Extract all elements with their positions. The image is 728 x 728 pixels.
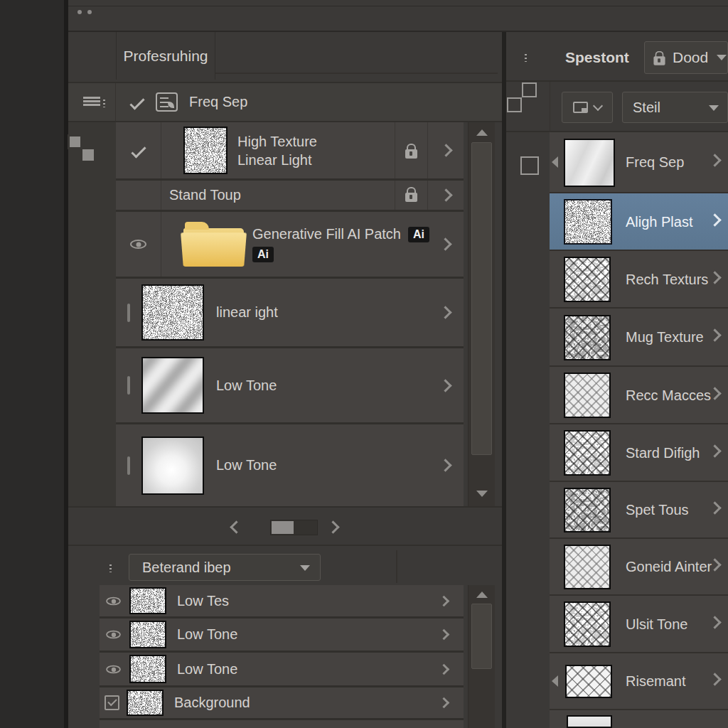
chevron-right-icon[interactable] (439, 663, 450, 675)
layer-thumbnail[interactable] (564, 257, 611, 302)
layer-row-background[interactable]: Background (100, 687, 464, 720)
chevron-right-icon[interactable] (439, 237, 451, 250)
action-set-label[interactable]: Freq Sep (189, 94, 247, 110)
layer-name: Ulsit Tone (626, 616, 687, 632)
layer-name: Risemant (626, 673, 685, 690)
grip-dot (77, 10, 82, 14)
layer-thumbnail[interactable] (565, 665, 612, 698)
chevron-right-icon[interactable] (439, 306, 451, 318)
actions-scrollbar[interactable] (468, 122, 495, 506)
set-enabled-checkmark[interactable] (129, 95, 144, 109)
action-set-row[interactable]: Freq Sep (68, 82, 502, 122)
layer-name: Recc Macces (626, 387, 711, 403)
scrollbar-thumb[interactable] (471, 142, 492, 455)
layer-row-freq-sep[interactable]: Freq Sep (550, 132, 728, 193)
scroll-up-icon[interactable] (476, 592, 488, 598)
action-row-linear-ight[interactable]: linear ight (116, 279, 464, 348)
visibility-eye-icon[interactable] (106, 665, 121, 673)
chevron-right-icon[interactable] (708, 501, 721, 514)
layer-row-mug-texture[interactable]: Mug Texture (550, 309, 728, 367)
chevron-right-icon[interactable] (708, 328, 721, 341)
layer-thumbnail[interactable] (183, 127, 228, 174)
scroll-down-icon[interactable] (476, 491, 488, 497)
scroll-up-icon[interactable] (476, 129, 488, 136)
layer-row-risemant[interactable]: Risemant (550, 653, 728, 710)
panel-grip-handle[interactable] (77, 10, 92, 14)
pager-handle[interactable] (272, 521, 294, 534)
pager-next-icon[interactable] (326, 520, 339, 533)
action-row-low-tone-1[interactable]: Low Tone (116, 348, 464, 424)
folder-icon[interactable] (183, 228, 244, 267)
layer-thumbnail[interactable] (567, 715, 612, 728)
scrollbar-thumb[interactable] (471, 604, 492, 669)
action-row-generative-fill[interactable]: Generative Fill AI Patch Ai Ai (116, 212, 464, 279)
layer-thumbnail[interactable] (564, 315, 611, 360)
layer-thumbnail[interactable] (564, 199, 612, 245)
layer-row-low-tone-a[interactable]: Low Tone (100, 619, 464, 653)
layer-row-partial[interactable] (100, 720, 464, 728)
layer-row-recc-macces[interactable]: Recc Macces (550, 367, 728, 424)
layer-row-partial[interactable] (550, 710, 728, 728)
lock-mode-button[interactable]: Dood (644, 41, 728, 74)
blend-kind-dropdown[interactable] (562, 92, 613, 123)
list-options-icon[interactable] (83, 97, 100, 107)
chevron-right-icon[interactable] (439, 379, 451, 392)
layer-thumbnail[interactable] (129, 655, 166, 683)
layer-thumbnail[interactable] (141, 284, 204, 341)
chevron-right-icon[interactable] (708, 444, 721, 457)
visibility-eye-icon[interactable] (106, 596, 121, 605)
visibility-eye-icon[interactable] (106, 631, 121, 639)
layer-row-low-tone-b[interactable]: Low Tone (100, 653, 464, 687)
layer-thumbnail[interactable] (564, 601, 611, 647)
layer-row-spet-tous[interactable]: Spet Tous (550, 482, 728, 539)
chevron-right-icon[interactable] (708, 213, 721, 226)
layer-row-low-tes[interactable]: Low Tes (100, 585, 464, 619)
pager-track[interactable] (270, 520, 318, 535)
chevron-right-icon[interactable] (439, 144, 452, 156)
style-dropdown[interactable]: Steil (622, 92, 728, 123)
action-row-low-tone-2[interactable]: Low Tone (116, 424, 464, 506)
layer-checkbox[interactable] (105, 695, 119, 710)
layer-row-aligh-plast[interactable]: Aligh Plast (550, 193, 728, 251)
recompose-icon[interactable] (520, 156, 539, 175)
action-row-stand-toup[interactable]: Stand Toup (116, 181, 464, 212)
lock-icon[interactable] (405, 149, 417, 159)
chevron-right-icon[interactable] (439, 697, 450, 709)
chevron-right-icon[interactable] (439, 459, 451, 471)
layer-thumbnail[interactable] (129, 621, 166, 648)
layer-row-rech-texturs[interactable]: Rech Texturs (550, 251, 728, 309)
tab-profesruhing[interactable]: Profesruhing (116, 32, 215, 80)
collapse-triangle-icon[interactable] (552, 156, 558, 168)
dropdown-arrow-icon (300, 565, 310, 571)
chevron-right-icon[interactable] (708, 271, 721, 284)
row-checkmark[interactable] (131, 143, 146, 158)
layer-thumbnail[interactable] (141, 437, 204, 495)
layer-thumbnail[interactable] (564, 488, 611, 532)
layer-thumbnail[interactable] (564, 545, 611, 589)
collapse-triangle-icon[interactable] (552, 675, 558, 687)
layers-filter-dropdown[interactable]: Beterand ibep (129, 554, 321, 581)
layer-row-goneid-ainter[interactable]: Goneid Ainter (550, 539, 728, 596)
indent-marker (127, 456, 130, 475)
chevron-right-icon[interactable] (439, 188, 452, 201)
layer-thumbnail[interactable] (129, 587, 166, 614)
layer-name: Goneid Ainter (626, 559, 712, 575)
layer-thumbnail[interactable] (141, 357, 204, 414)
chevron-right-icon[interactable] (708, 154, 721, 166)
layer-thumbnail[interactable] (564, 373, 611, 418)
chevron-right-icon[interactable] (708, 673, 721, 685)
layer-thumbnail[interactable] (564, 139, 615, 187)
chevron-right-icon[interactable] (439, 595, 450, 606)
lock-icon[interactable] (405, 193, 417, 202)
chevron-right-icon[interactable] (708, 616, 721, 628)
layer-row-stard-difigh[interactable]: Stard Difigh (550, 424, 728, 482)
indent-marker (127, 376, 130, 395)
action-row-high-texture[interactable]: High Texture Linear Light (116, 122, 464, 181)
layer-thumbnail[interactable] (127, 690, 164, 716)
visibility-eye-icon[interactable] (130, 240, 146, 249)
chevron-right-icon[interactable] (439, 629, 450, 641)
layer-thumbnail[interactable] (564, 430, 611, 476)
layers-scrollbar[interactable] (468, 585, 495, 728)
layer-row-ulsit-tone[interactable]: Ulsit Tone (550, 596, 728, 653)
pager-prev-icon[interactable] (230, 520, 242, 533)
